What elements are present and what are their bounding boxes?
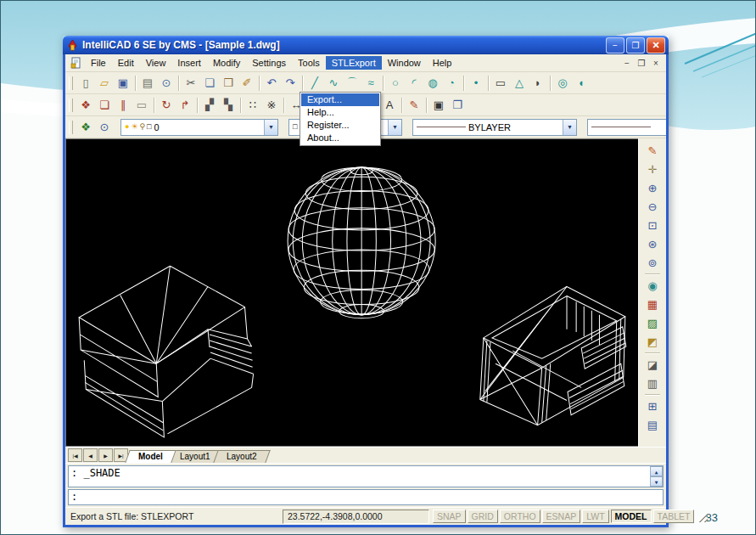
menu-insert[interactable]: Insert <box>171 56 207 70</box>
hatch-icon[interactable]: ※ <box>262 97 281 114</box>
toggle-ortho[interactable]: ORTHO <box>500 510 540 523</box>
zoom-window-icon[interactable]: ⊡ <box>642 216 663 234</box>
mdi-restore-icon[interactable]: ❐ <box>636 59 647 68</box>
tab-layout2[interactable]: Layout2 <box>214 450 271 463</box>
minimize-button[interactable]: − <box>606 37 624 54</box>
save-icon[interactable]: ▣ <box>114 75 132 92</box>
offset-icon[interactable]: ▭ <box>132 97 151 114</box>
scroll-down-icon[interactable]: ▼ <box>650 476 663 487</box>
toolbar-grip[interactable] <box>69 99 73 112</box>
tab-nav-first-icon[interactable]: |◀ <box>68 448 82 462</box>
maximize-button[interactable]: ❐ <box>626 37 645 54</box>
views-3d-icon[interactable]: ◪ <box>642 355 663 374</box>
break-icon[interactable]: ∷ <box>244 97 262 114</box>
toggle-lwt[interactable]: LWT <box>582 510 608 523</box>
title-bar[interactable]: IntelliCAD 6 SE by CMS - [Sample 1.dwg] … <box>63 36 669 54</box>
command-input[interactable]: : <box>68 489 664 505</box>
copy-object-icon[interactable]: ❏ <box>95 97 114 114</box>
shade-icon[interactable]: ◩ <box>642 332 663 351</box>
circle-icon[interactable]: ○ <box>386 75 405 92</box>
menu-stlexport[interactable]: STLExport <box>326 56 382 70</box>
freehand-icon[interactable]: ◗ <box>529 75 547 92</box>
menu-item-help[interactable]: Help... <box>301 106 379 119</box>
print-icon[interactable]: ▤ <box>138 75 157 92</box>
open-folder-icon[interactable]: ▱ <box>95 75 114 92</box>
close-button[interactable]: ✕ <box>647 37 665 54</box>
mdi-minimize-icon[interactable]: − <box>621 59 633 68</box>
spline-icon[interactable]: ⌒ <box>343 75 361 92</box>
tab-nav-next-icon[interactable]: ▶ <box>98 448 113 462</box>
zoom-out-icon[interactable]: ⊖ <box>642 197 663 216</box>
solid-icon[interactable]: ◖ <box>572 75 591 92</box>
undo-icon[interactable]: ↶ <box>262 75 281 92</box>
toggle-snap[interactable]: SNAP <box>433 510 466 523</box>
command-history[interactable]: : _SHADE ▲ ▼ <box>68 465 664 487</box>
rectangle-icon[interactable]: ▭ <box>491 75 510 92</box>
menu-settings[interactable]: Settings <box>246 56 292 70</box>
layer-combo-dropdown-icon[interactable]: ▼ <box>264 120 277 135</box>
scroll-up-icon[interactable]: ▲ <box>650 466 663 476</box>
menu-window[interactable]: Window <box>382 56 427 70</box>
match-properties-icon[interactable]: ✐ <box>238 75 256 92</box>
print-preview-icon[interactable]: ⊙ <box>157 75 176 92</box>
tab-nav-prev-icon[interactable]: ◀ <box>83 448 98 462</box>
menu-view[interactable]: View <box>140 56 172 70</box>
orbit-icon[interactable]: ◉ <box>642 276 663 295</box>
arc-icon[interactable]: ◜ <box>405 75 423 92</box>
edit-text-icon[interactable]: ✎ <box>405 97 423 114</box>
layer-explorer-icon[interactable]: ⊙ <box>95 119 114 136</box>
trim-icon[interactable]: ▞ <box>200 97 219 114</box>
cut-icon[interactable]: ✂ <box>182 75 200 92</box>
toolbar-grip[interactable] <box>69 76 73 90</box>
drawing-canvas[interactable] <box>65 138 638 447</box>
extend-icon[interactable]: ▚ <box>219 97 238 114</box>
lineweight-combo[interactable] <box>587 119 666 136</box>
menu-file[interactable]: File <box>85 56 112 70</box>
zoom-extents-icon[interactable]: ⊛ <box>642 234 663 253</box>
mdi-close-icon[interactable]: × <box>650 59 662 68</box>
menu-help[interactable]: Help <box>427 56 458 70</box>
toolbar-grip[interactable] <box>69 121 73 134</box>
named-views-icon[interactable]: ▥ <box>642 374 663 392</box>
hide-icon[interactable]: ▨ <box>642 313 663 332</box>
resize-grip[interactable] <box>697 510 708 522</box>
ellipse-icon[interactable]: ◍ <box>423 75 442 92</box>
text-icon[interactable]: A <box>380 97 399 114</box>
color-combo-dropdown-icon[interactable]: ▼ <box>388 120 401 135</box>
erase-icon[interactable]: ❖ <box>76 97 95 114</box>
move-icon[interactable]: ↱ <box>176 97 194 114</box>
ellipse-arc-icon[interactable]: ◔ <box>442 75 461 92</box>
linetype-combo[interactable]: BYLAYER ▼ <box>412 119 577 136</box>
table-icon[interactable]: ⊞ <box>642 397 663 415</box>
layer-combo[interactable]: ●☀⚲□ 0 ▼ <box>120 119 278 136</box>
toggle-esnap[interactable]: ESNAP <box>542 510 581 523</box>
copy-icon[interactable]: ❏ <box>200 75 219 92</box>
polygon-icon[interactable]: △ <box>510 75 529 92</box>
mirror-icon[interactable]: ∥ <box>114 97 132 114</box>
menu-tools[interactable]: Tools <box>292 56 326 70</box>
new-file-icon[interactable]: ▯ <box>76 75 95 92</box>
redline-icon[interactable]: ✎ <box>642 141 663 160</box>
toggle-model[interactable]: MODEL <box>611 510 652 523</box>
tab-model[interactable]: Model <box>125 450 176 463</box>
toggle-grid[interactable]: GRID <box>468 510 498 523</box>
polyline-icon[interactable]: ∿ <box>324 75 343 92</box>
layers-manager-icon[interactable]: ❖ <box>76 119 95 136</box>
paste-icon[interactable]: ❒ <box>219 75 238 92</box>
menu-item-about[interactable]: About... <box>301 132 379 144</box>
point-icon[interactable]: • <box>467 75 485 92</box>
menu-modify[interactable]: Modify <box>207 56 246 70</box>
properties-icon[interactable]: ▣ <box>429 97 448 114</box>
zoom-in-icon[interactable]: ⊕ <box>642 178 663 197</box>
linetype-combo-dropdown-icon[interactable]: ▼ <box>563 120 576 135</box>
pan-icon[interactable]: ✛ <box>642 160 663 178</box>
line-icon[interactable]: ╱ <box>305 75 324 92</box>
redo-icon[interactable]: ↷ <box>281 75 300 92</box>
menu-edit[interactable]: Edit <box>112 56 140 70</box>
rotate-icon[interactable]: ↻ <box>157 97 176 114</box>
sheet-icon[interactable]: ▤ <box>642 415 663 434</box>
zoom-previous-icon[interactable]: ⊚ <box>642 253 663 272</box>
menu-item-export[interactable]: Export... <box>301 93 379 106</box>
menu-item-register[interactable]: Register... <box>301 119 379 132</box>
explorer-icon[interactable]: ❐ <box>448 97 467 114</box>
